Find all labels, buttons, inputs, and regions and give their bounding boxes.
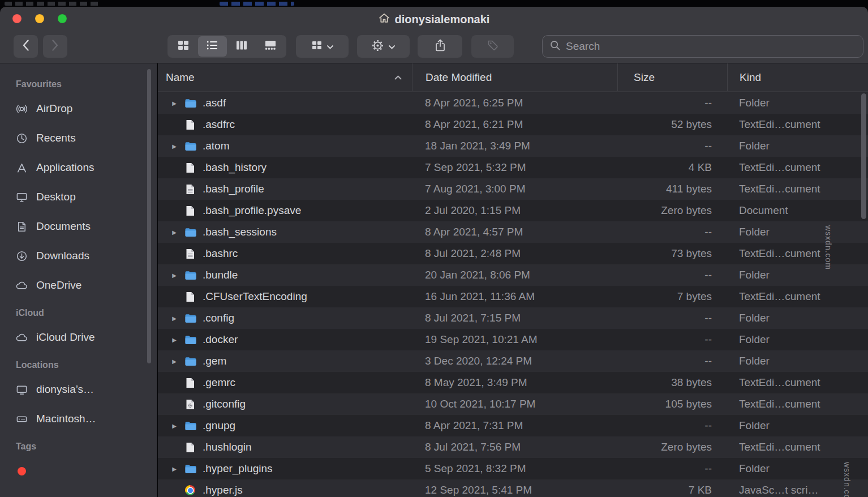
file-name-cell: ▶.hyper_plugins xyxy=(158,462,412,475)
disclosure-triangle-icon[interactable]: ▶ xyxy=(168,229,181,235)
disclosure-triangle-icon[interactable]: ▶ xyxy=(168,272,181,279)
titlebar: dionysialemonaki xyxy=(0,7,868,32)
sidebar-item-downloads[interactable]: Downloads xyxy=(15,241,150,271)
chevron-down-icon xyxy=(389,41,395,52)
sidebar-item-icloud-drive[interactable]: iCloud Drive xyxy=(15,323,150,352)
tag-button[interactable] xyxy=(471,35,514,58)
group-by-button[interactable] xyxy=(296,35,349,58)
disclosure-triangle-icon[interactable]: ▶ xyxy=(168,337,181,343)
applications-icon xyxy=(15,162,28,174)
file-row[interactable]: ▶.bashrc8 Jul 2021, 2:48 PM73 bytesTextE… xyxy=(158,243,868,264)
file-kind: Folder xyxy=(727,333,868,346)
column-header-kind[interactable]: Kind xyxy=(727,63,868,91)
clipped-text-artifact xyxy=(5,2,101,6)
column-header-date-modified[interactable]: Date Modified xyxy=(412,63,617,91)
file-row[interactable]: ▶.bash_profile7 Aug 2021, 3:00 PM411 byt… xyxy=(158,178,868,200)
sidebar-item-recents[interactable]: Recents xyxy=(15,123,150,153)
window-scrollbar[interactable] xyxy=(861,93,866,219)
forward-button[interactable] xyxy=(43,35,67,58)
folder-icon xyxy=(183,98,197,108)
search-field[interactable] xyxy=(542,35,863,58)
disclosure-triangle-icon[interactable]: ▶ xyxy=(168,466,181,472)
file-name-cell: ▶.bash_sessions xyxy=(158,226,412,238)
view-icons-button[interactable] xyxy=(169,36,198,57)
folder-icon xyxy=(183,464,197,474)
file-row[interactable]: ▶.hyper.js12 Sep 2021, 5:41 PM7 KBJavaSc… xyxy=(158,479,868,497)
file-date-modified: 8 Apr 2021, 6:21 PM xyxy=(412,118,617,131)
chevron-down-icon xyxy=(327,41,333,52)
file-row[interactable]: ▶.hushlogin8 Jul 2021, 7:56 PMZero bytes… xyxy=(158,436,868,458)
sidebar-item-documents[interactable]: Documents xyxy=(15,212,150,241)
file-row[interactable]: ▶.docker19 Sep 2021, 10:21 AM--Folder xyxy=(158,329,868,350)
view-columns-button[interactable] xyxy=(227,36,256,57)
file-row[interactable]: ▶.bash_profile.pysave2 Jul 2020, 1:15 PM… xyxy=(158,200,868,221)
file-row[interactable]: ▶.gnupg8 Apr 2021, 7:31 PM--Folder xyxy=(158,415,868,436)
share-button[interactable] xyxy=(418,35,462,58)
file-name-cell: ▶.docker xyxy=(158,333,412,346)
view-list-button[interactable] xyxy=(198,36,227,57)
file-date-modified: 8 Jul 2021, 7:56 PM xyxy=(412,441,617,453)
file-row[interactable]: ▶.asdf8 Apr 2021, 6:25 PM--Folder xyxy=(158,92,868,114)
file-size: Zero bytes xyxy=(617,441,727,453)
file-size: 73 bytes xyxy=(617,247,727,260)
sidebar-item-dionysia-s[interactable]: dionysia’s… xyxy=(15,375,150,404)
harddisk-icon xyxy=(15,413,28,425)
sidebar-item-desktop[interactable]: Desktop xyxy=(15,182,150,212)
file-name: .gnupg xyxy=(203,419,235,432)
file-row[interactable]: ▶.gemrc8 May 2021, 3:49 PM38 bytesTextEd… xyxy=(158,372,868,393)
file-name: .bundle xyxy=(203,269,238,281)
window-chrome: dionysialemonaki xyxy=(0,7,868,63)
file-list: Name Date Modified Size Kind ▶.asdf8 Apr… xyxy=(158,63,868,497)
disclosure-triangle-icon[interactable]: ▶ xyxy=(168,315,181,322)
document-icon xyxy=(183,162,197,173)
column-header-size[interactable]: Size xyxy=(617,63,727,91)
back-button[interactable] xyxy=(14,35,38,58)
desktop-icon xyxy=(15,191,28,203)
file-kind: TextEdi…cument xyxy=(727,290,868,303)
column-header-name[interactable]: Name xyxy=(158,63,412,91)
file-date-modified: 8 Jul 2021, 7:15 PM xyxy=(412,312,617,324)
share-icon xyxy=(435,39,446,54)
sidebar-item-macintosh[interactable]: Macintosh… xyxy=(15,404,150,434)
file-row[interactable]: ▶.gitconfig10 Oct 2021, 10:17 PM105 byte… xyxy=(158,393,868,415)
disclosure-triangle-icon[interactable]: ▶ xyxy=(168,143,181,149)
file-row[interactable]: ▶.CFUserTextEncoding16 Jun 2021, 11:36 A… xyxy=(158,286,868,307)
file-kind: TextEdi…cument xyxy=(727,247,868,260)
group-grid-icon xyxy=(312,41,322,52)
file-name: .bashrc xyxy=(203,247,238,260)
sidebar-section-title: Tags xyxy=(15,434,150,456)
file-row[interactable]: ▶.config8 Jul 2021, 7:15 PM--Folder xyxy=(158,307,868,329)
file-size: -- xyxy=(617,97,727,109)
disclosure-triangle-icon[interactable]: ▶ xyxy=(168,100,181,106)
search-input[interactable] xyxy=(566,40,856,53)
action-menu-button[interactable] xyxy=(357,35,410,58)
sidebar-item-airdrop[interactable]: AirDrop xyxy=(15,94,150,123)
file-row[interactable]: ▶.bash_history7 Sep 2021, 5:32 PM4 KBTex… xyxy=(158,157,868,178)
sidebar-item-red-tag-icon[interactable] xyxy=(15,456,150,486)
file-row[interactable]: ▶.atom18 Jan 2021, 3:49 PM--Folder xyxy=(158,135,868,157)
file-date-modified: 5 Sep 2021, 8:32 PM xyxy=(412,462,617,475)
sidebar-scrollbar[interactable] xyxy=(147,69,151,363)
document-icon xyxy=(183,442,197,453)
folder-icon xyxy=(183,357,197,366)
file-name: .gemrc xyxy=(203,376,235,389)
file-name: .config xyxy=(203,312,234,324)
file-row[interactable]: ▶.asdfrc8 Apr 2021, 6:21 PM52 bytesTextE… xyxy=(158,114,868,135)
file-name: .bash_profile xyxy=(203,183,264,195)
sidebar-item-applications[interactable]: Applications xyxy=(15,153,150,182)
file-row[interactable]: ▶.hyper_plugins5 Sep 2021, 8:32 PM--Fold… xyxy=(158,458,868,479)
file-kind: TextEdi…cument xyxy=(727,183,868,195)
sidebar-item-onedrive[interactable]: OneDrive xyxy=(15,271,150,300)
file-row[interactable]: ▶.bundle20 Jan 2021, 8:06 PM--Folder xyxy=(158,264,868,286)
disclosure-triangle-icon[interactable]: ▶ xyxy=(168,423,181,429)
sidebar-section-title: Favourites xyxy=(15,71,150,94)
sidebar-item-label: Downloads xyxy=(36,250,89,262)
sidebar-item-label: Macintosh… xyxy=(36,413,96,425)
file-kind: Folder xyxy=(727,140,868,152)
file-row[interactable]: ▶.gem3 Dec 2020, 12:24 PM--Folder xyxy=(158,350,868,372)
disclosure-triangle-icon[interactable]: ▶ xyxy=(168,358,181,365)
list-header: Name Date Modified Size Kind xyxy=(158,63,868,92)
file-row[interactable]: ▶.bash_sessions8 Apr 2021, 4:57 PM--Fold… xyxy=(158,221,868,243)
file-kind: TextEdi…cument xyxy=(727,161,868,174)
view-gallery-button[interactable] xyxy=(256,36,286,57)
